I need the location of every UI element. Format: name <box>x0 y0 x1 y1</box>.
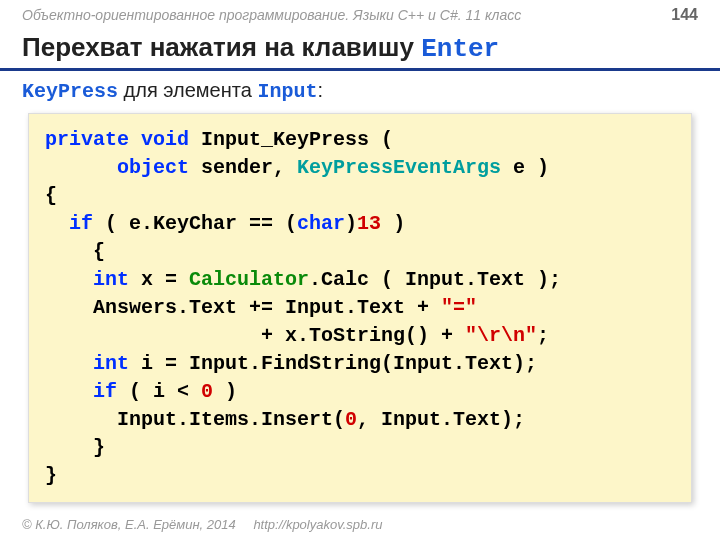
page-number: 144 <box>671 6 698 24</box>
code-block: private void Input_KeyPress ( object sen… <box>28 113 692 503</box>
title-text: Перехват нажатия на клавишу <box>22 32 421 62</box>
slide-header: Объектно-ориентированное программировани… <box>0 0 720 26</box>
footer: © К.Ю. Поляков, Е.А. Ерёмин, 2014 http:/… <box>22 517 382 532</box>
course-name: Объектно-ориентированное программировани… <box>22 7 521 23</box>
subtitle-keypress: KeyPress <box>22 80 118 103</box>
footer-url: http://kpolyakov.spb.ru <box>253 517 382 532</box>
subtitle-input: Input <box>257 80 317 103</box>
subtitle: KeyPress для элемента Input: <box>0 71 720 107</box>
slide-title: Перехват нажатия на клавишу Enter <box>0 26 720 71</box>
copyright: © К.Ю. Поляков, Е.А. Ерёмин, 2014 <box>22 517 236 532</box>
subtitle-mid: для элемента <box>118 79 257 101</box>
title-enter: Enter <box>421 34 499 64</box>
subtitle-colon: : <box>317 79 323 101</box>
